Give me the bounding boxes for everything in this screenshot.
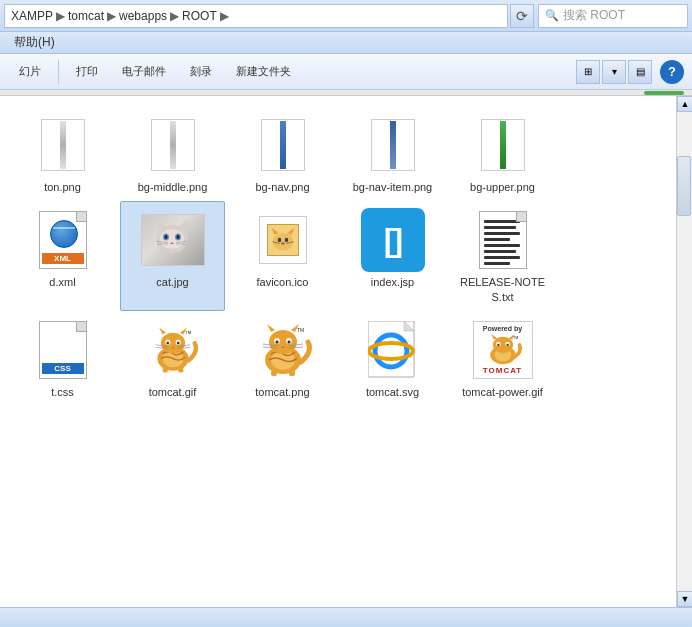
help-button[interactable]: ? [660, 60, 684, 84]
brackets-icon: [] [384, 222, 401, 259]
file-icon-cat-jpg [141, 208, 205, 272]
svg-rect-52 [271, 370, 277, 376]
favicon-cat-icon [267, 224, 299, 256]
file-label: ton.png [44, 180, 81, 194]
file-item[interactable]: bg-nav-item.png [340, 106, 445, 201]
path-segment-root[interactable]: ROOT [182, 9, 217, 23]
file-icon-tomcat-power: Powered by TM TOMCAT [471, 318, 535, 382]
file-icon-bg-upper [471, 113, 535, 177]
scrollbar-down-button[interactable]: ▼ [677, 591, 692, 607]
file-item-tomcat-power[interactable]: Powered by TM TOMCAT [450, 311, 555, 406]
file-label: d.xml [49, 275, 75, 289]
svg-text:TM: TM [185, 330, 192, 335]
svg-rect-35 [162, 367, 167, 372]
path-segment-tomcat[interactable]: tomcat [68, 9, 104, 23]
scrollbar-thumb[interactable] [677, 156, 691, 216]
file-label: bg-upper.png [470, 180, 535, 194]
file-area: if ton.png bg-middle.png [0, 96, 692, 607]
toolbar-btn-slides[interactable]: 幻片 [8, 57, 52, 87]
file-label: tomcat.png [255, 385, 309, 399]
search-box[interactable]: 🔍 搜索 ROOT [538, 4, 688, 28]
refresh-button[interactable]: ⟳ [510, 4, 534, 28]
vertical-scrollbar[interactable]: ▲ ▼ [676, 96, 692, 607]
cat-illustration [152, 217, 192, 255]
view-buttons: ⊞ ▾ ▤ [576, 60, 652, 84]
toolbar-separator-1 [58, 60, 59, 84]
file-label: tomcat.svg [366, 385, 419, 399]
file-icon-bg-nav-item [361, 113, 425, 177]
file-item-cat-jpg[interactable]: cat.jpg [120, 201, 225, 311]
globe-icon [50, 220, 78, 248]
svg-point-20 [284, 238, 288, 242]
file-label: cat.jpg [156, 275, 188, 289]
file-icon-bg-nav [251, 113, 315, 177]
svg-point-6 [164, 235, 167, 239]
svg-point-18 [281, 242, 285, 245]
file-icon-tomcat-png: TM [251, 318, 315, 382]
address-path[interactable]: XAMPP ▶ tomcat ▶ webapps ▶ ROOT ▶ [4, 4, 508, 28]
file-label: tomcat-power.gif [462, 385, 543, 399]
file-item-release-notes[interactable]: RELEASE-NOTES.txt [450, 201, 555, 311]
svg-point-46 [287, 340, 290, 343]
toolbar-btn-email[interactable]: 电子邮件 [111, 57, 177, 87]
file-label: t.css [51, 385, 74, 399]
file-item-tomcat-svg[interactable]: tomcat.svg [340, 311, 445, 406]
svg-point-61 [492, 337, 512, 354]
file-item-favicon[interactable]: favicon.ico [230, 201, 335, 311]
path-arrow-3: ▶ [170, 9, 179, 23]
file-label: bg-nav-item.png [353, 180, 433, 194]
svg-rect-53 [289, 370, 295, 376]
menu-bar: 帮助(H) [0, 32, 692, 54]
menu-help[interactable]: 帮助(H) [6, 32, 63, 53]
svg-point-29 [176, 342, 179, 345]
svg-text:TM: TM [297, 327, 304, 333]
powered-by-tomcat-icon: Powered by TM TOMCAT [473, 321, 533, 379]
file-label: RELEASE-NOTES.txt [455, 275, 550, 304]
svg-point-28 [166, 342, 169, 345]
file-item-tomcat-gif[interactable]: TM tomcat.gif [120, 311, 225, 406]
svg-marker-14 [271, 228, 278, 235]
svg-point-67 [506, 344, 508, 346]
file-label: favicon.ico [257, 275, 309, 289]
svg-point-66 [497, 344, 499, 346]
file-item[interactable]: bg-middle.png [120, 106, 225, 201]
search-icon: 🔍 [545, 9, 559, 22]
svg-rect-36 [178, 367, 183, 372]
toolbar: 幻片 打印 电子邮件 刻录 新建文件夹 ⊞ ▾ ▤ ? [0, 54, 692, 90]
svg-marker-2 [156, 219, 166, 229]
scrollbar-up-button[interactable]: ▲ [677, 96, 692, 112]
view-grid-button[interactable]: ⊞ [576, 60, 600, 84]
file-icon-css: CSS [31, 318, 95, 382]
toolbar-btn-newfolder[interactable]: 新建文件夹 [225, 57, 302, 87]
file-item-tomcat-png[interactable]: TM tomcat.png [230, 311, 335, 406]
view-dropdown-button[interactable]: ▾ [602, 60, 626, 84]
file-icon-ton-png [31, 113, 95, 177]
file-icon-favicon [251, 208, 315, 272]
svg-point-7 [176, 235, 179, 239]
svg-point-23 [160, 333, 184, 354]
file-item-index-jsp[interactable]: [] index.jsp [340, 201, 445, 311]
file-label: bg-nav.png [255, 180, 309, 194]
svg-point-13 [272, 233, 293, 251]
path-arrow-2: ▶ [107, 9, 116, 23]
toolbar-btn-burn[interactable]: 刻录 [179, 57, 223, 87]
path-segment-webapps[interactable]: webapps [119, 9, 167, 23]
svg-point-19 [277, 238, 281, 242]
path-segment-xampp[interactable]: XAMPP [11, 9, 53, 23]
file-icon-tomcat-svg [361, 318, 425, 382]
file-label: index.jsp [371, 275, 414, 289]
svg-text:TM: TM [513, 336, 518, 340]
file-icon-xml: XML [31, 208, 95, 272]
svg-point-40 [269, 330, 297, 354]
address-bar: XAMPP ▶ tomcat ▶ webapps ▶ ROOT ▶ ⟳ 🔍 搜索… [0, 0, 692, 32]
svg-marker-41 [267, 324, 275, 332]
file-item[interactable]: bg-upper.png [450, 106, 555, 201]
toolbar-btn-print[interactable]: 打印 [65, 57, 109, 87]
file-item[interactable]: XML d.xml [10, 201, 115, 311]
file-item[interactable]: bg-nav.png [230, 106, 335, 201]
svg-marker-15 [287, 228, 294, 235]
svg-point-45 [275, 340, 278, 343]
view-details-button[interactable]: ▤ [628, 60, 652, 84]
file-item[interactable]: ton.png [10, 106, 115, 201]
file-item-css[interactable]: CSS t.css [10, 311, 115, 406]
